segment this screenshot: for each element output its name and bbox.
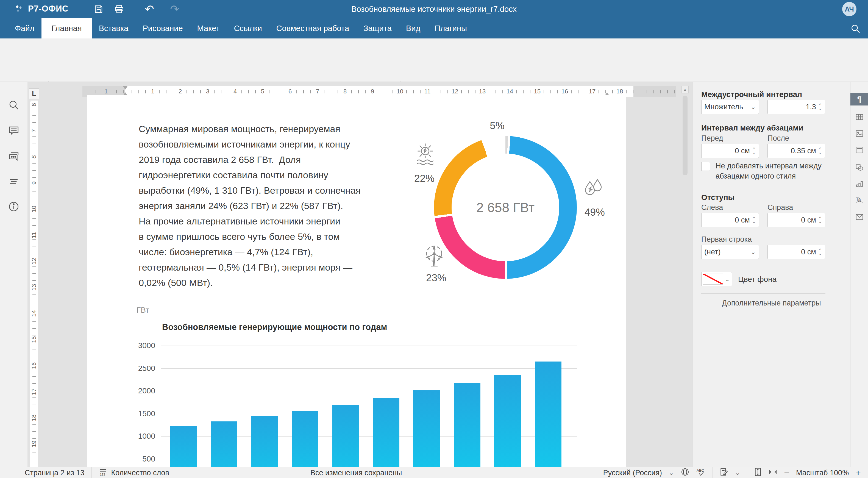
set-language-button[interactable] xyxy=(681,468,689,478)
spin-down-icon[interactable]: ⌄ xyxy=(818,220,822,223)
tab-insert[interactable]: Вставка xyxy=(92,18,136,38)
bar xyxy=(454,383,480,467)
scroll-up-button[interactable]: ▲ xyxy=(681,86,689,93)
document-page[interactable]: Суммарная мировая мощность, генерируемая… xyxy=(87,95,626,467)
gridline xyxy=(161,346,577,346)
ruler-number: 12 xyxy=(451,88,459,95)
chevron-down-icon[interactable]: ⌄ xyxy=(669,470,674,476)
sidebar-navigation-button[interactable] xyxy=(7,175,20,188)
spacing-after-spinner[interactable]: 0.35 см ⌃⌄ xyxy=(768,144,825,158)
ruler-number: 11 xyxy=(423,88,432,95)
redo-button[interactable]: ↷ xyxy=(168,3,181,16)
tab-plugins[interactable]: Плагины xyxy=(427,18,474,38)
fit-page-icon xyxy=(754,468,762,476)
table-settings-button[interactable] xyxy=(855,113,864,121)
zoom-level[interactable]: Масштаб 100% xyxy=(796,469,849,477)
line-spacing-type-select[interactable]: Множитель ⌄ xyxy=(701,100,759,114)
fit-page-button[interactable] xyxy=(754,468,762,478)
tab-home[interactable]: Главная xyxy=(41,18,91,38)
spacing-before-spinner[interactable]: 0 см ⌃⌄ xyxy=(701,144,759,158)
save-button[interactable] xyxy=(92,3,105,16)
spin-down-icon[interactable]: ⌄ xyxy=(818,151,822,154)
tab-draw[interactable]: Рисование xyxy=(135,18,190,38)
save-status: Все изменения сохранены xyxy=(310,469,402,477)
ruler-number: 1 xyxy=(149,88,157,95)
spin-down-icon[interactable]: ⌄ xyxy=(752,220,756,223)
track-changes-button[interactable] xyxy=(719,468,728,478)
sidebar-about-button[interactable] xyxy=(7,200,20,213)
zoom-out-button[interactable]: − xyxy=(784,468,789,478)
header-footer-settings-button[interactable] xyxy=(855,146,864,154)
search-icon xyxy=(850,23,861,34)
tab-file[interactable]: Файл xyxy=(8,18,41,38)
bar-chart-unit-label: ГВт xyxy=(136,306,149,315)
spin-down-icon[interactable]: ⌄ xyxy=(818,252,822,255)
gridline xyxy=(161,368,577,369)
vertical-scrollbar[interactable]: ▲ xyxy=(681,86,689,467)
search-button[interactable] xyxy=(850,23,861,34)
scrollbar-thumb[interactable] xyxy=(683,96,687,175)
indent-left-spinner[interactable]: 0 см ⌃⌄ xyxy=(701,213,759,227)
shape-settings-button[interactable] xyxy=(855,163,864,172)
chart-settings-button[interactable] xyxy=(855,180,864,188)
indent-right-value: 0 см xyxy=(801,216,818,225)
donut-hole: 2 658 ГВт xyxy=(452,154,559,261)
mail-merge-settings-button[interactable] xyxy=(855,213,864,221)
bar xyxy=(373,398,399,467)
fit-width-button[interactable] xyxy=(769,468,777,478)
tab-view[interactable]: Вид xyxy=(399,18,427,38)
y-tick-label: 1000 xyxy=(120,432,155,441)
avatar[interactable]: АЧ xyxy=(842,2,857,16)
header-footer-icon xyxy=(855,146,864,154)
donut-label-other: 5% xyxy=(490,120,504,131)
same-style-spacing-checkbox[interactable] xyxy=(701,162,710,171)
app-header: Р7-ОФИС ↶ ↷ Возобновляемые источники эне… xyxy=(0,0,868,18)
image-settings-button[interactable] xyxy=(855,129,864,138)
tab-stop-selector[interactable]: L xyxy=(29,88,39,99)
chevron-down-icon[interactable]: ⌄ xyxy=(735,470,740,476)
before-label: Перед xyxy=(701,134,723,143)
bar-chart-title: Возобновляемые генерирующие мощности по … xyxy=(162,322,387,332)
paragraph-text[interactable]: Суммарная мировая мощность, генерируемая… xyxy=(139,121,397,290)
ruler-number: 19 xyxy=(30,440,38,448)
ruler-right-margin xyxy=(633,86,676,97)
page-indicator[interactable]: Страница 2 из 13 xyxy=(25,469,84,477)
undo-button[interactable]: ↶ xyxy=(143,3,156,16)
ruler-number: 6 xyxy=(30,100,38,109)
first-line-select[interactable]: (нет) ⌄ xyxy=(701,245,759,259)
bar xyxy=(413,390,440,467)
vertical-ruler[interactable]: 678910111213141516171819 xyxy=(30,102,38,467)
tab-collaboration[interactable]: Совместная работа xyxy=(269,18,356,38)
language-selector[interactable]: Русский (Россия) xyxy=(603,469,662,477)
svg-text:Ta: Ta xyxy=(856,197,861,202)
ruler-margin-number: 1 xyxy=(102,88,110,95)
ruler-number: 9 xyxy=(30,179,38,187)
spellcheck-button[interactable]: АВС xyxy=(696,468,706,478)
spin-down-icon[interactable]: ⌄ xyxy=(752,151,756,154)
tab-protection[interactable]: Защита xyxy=(356,18,399,38)
word-count[interactable]: Количество слов xyxy=(111,469,169,477)
text-art-settings-button[interactable]: Ta xyxy=(855,196,864,204)
indent-left-value: 0 см xyxy=(735,216,752,225)
sidebar-comments-button[interactable] xyxy=(7,124,20,137)
indents-title: Отступы xyxy=(701,193,735,202)
paragraph-settings-button[interactable]: ¶ xyxy=(850,93,868,106)
tab-references[interactable]: Ссылки xyxy=(227,18,269,38)
ruler-number: 8 xyxy=(341,88,349,95)
background-color-picker[interactable]: ⌄ xyxy=(701,272,732,286)
zoom-in-button[interactable]: + xyxy=(856,468,861,478)
advanced-settings-link[interactable]: Дополнительные параметры xyxy=(692,299,850,307)
donut-label-hydro: 49% xyxy=(585,207,605,218)
ruler-number: 17 xyxy=(588,88,596,95)
chat-icon xyxy=(8,151,20,162)
indent-right-spinner[interactable]: 0 см ⌃⌄ xyxy=(768,213,825,227)
print-button[interactable] xyxy=(113,3,126,16)
sidebar-search-button[interactable] xyxy=(7,98,20,112)
first-line-indent-marker[interactable] xyxy=(123,86,127,90)
line-spacing-value-spinner[interactable]: 1.3 ⌃⌄ xyxy=(768,100,825,114)
tab-layout[interactable]: Макет xyxy=(190,18,227,38)
ruler-number: 18 xyxy=(30,414,38,422)
first-line-amount-spinner[interactable]: 0 см ⌃⌄ xyxy=(768,245,825,259)
spin-down-icon[interactable]: ⌄ xyxy=(818,107,822,110)
sidebar-chat-button[interactable] xyxy=(7,150,20,163)
